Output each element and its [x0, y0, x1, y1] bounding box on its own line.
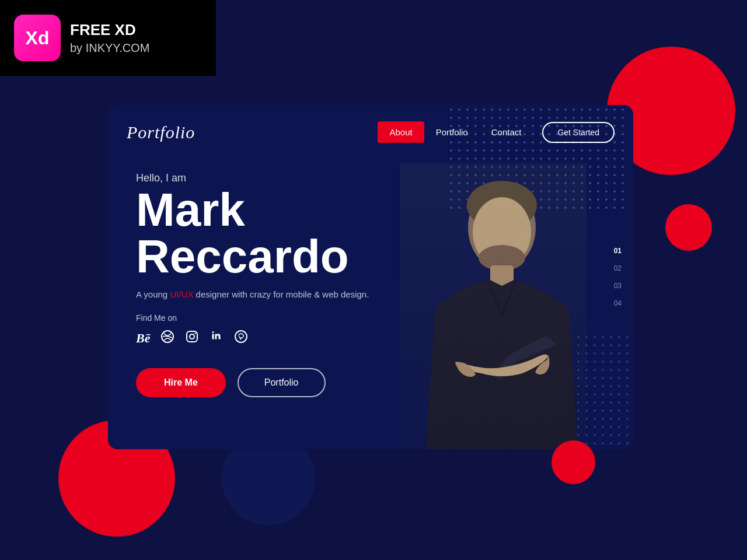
hero-name-line2: Reccardo [136, 233, 633, 280]
side-numbers: 01 02 03 04 [614, 247, 622, 307]
svg-point-3 [195, 332, 196, 334]
hero-name: Mark Reccardo [136, 187, 633, 280]
nav-cta-button[interactable]: Get Started [542, 122, 615, 143]
svg-point-2 [190, 334, 194, 339]
nav-links: About Portfolio Contact Get Started [378, 121, 615, 143]
nav-link-contact[interactable]: Contact [480, 121, 533, 143]
xd-logo-icon: Xd [14, 15, 61, 61]
hero-highlight: UI/UX [170, 289, 193, 299]
hire-me-button[interactable]: Hire Me [136, 368, 226, 397]
free-xd-label: FREE XD [70, 20, 149, 40]
cta-buttons: Hire Me Portfolio [136, 368, 633, 397]
hero-section: Hello, I am Mark Reccardo A young UI/UX … [108, 143, 633, 397]
social-icons-row: Bē [136, 330, 633, 347]
side-num-01[interactable]: 01 [614, 247, 622, 255]
xd-badge-text: FREE XD by INKYY.COM [70, 20, 149, 55]
behance-icon[interactable]: Bē [136, 331, 150, 346]
side-num-03[interactable]: 03 [614, 282, 622, 290]
hero-name-line1: Mark [136, 187, 633, 233]
find-me-label: Find Me on [136, 313, 633, 323]
dribbble-icon[interactable] [160, 330, 174, 347]
instagram-icon[interactable] [185, 330, 199, 347]
deco-circle-bottom-right [551, 440, 595, 484]
portfolio-card: Portfolio About Portfolio Contact Get St… [108, 105, 633, 449]
navbar: Portfolio About Portfolio Contact Get St… [108, 105, 633, 143]
portfolio-button[interactable]: Portfolio [238, 368, 326, 397]
nav-logo: Portfolio [127, 123, 378, 142]
by-inkyy-label: by INKYY.COM [70, 40, 149, 55]
pinterest-icon[interactable] [234, 330, 248, 347]
hero-greeting: Hello, I am [136, 172, 633, 184]
linkedin-icon[interactable] [210, 330, 224, 347]
hero-description: A young UI/UX designer with crazy for mo… [136, 289, 369, 299]
svg-point-4 [235, 331, 247, 342]
deco-circle-right-mid [665, 204, 712, 251]
side-num-02[interactable]: 02 [614, 264, 622, 272]
xd-badge: Xd FREE XD by INKYY.COM [0, 0, 216, 76]
side-num-04[interactable]: 04 [614, 299, 622, 307]
nav-link-portfolio[interactable]: Portfolio [424, 121, 480, 143]
nav-link-about[interactable]: About [378, 121, 424, 143]
